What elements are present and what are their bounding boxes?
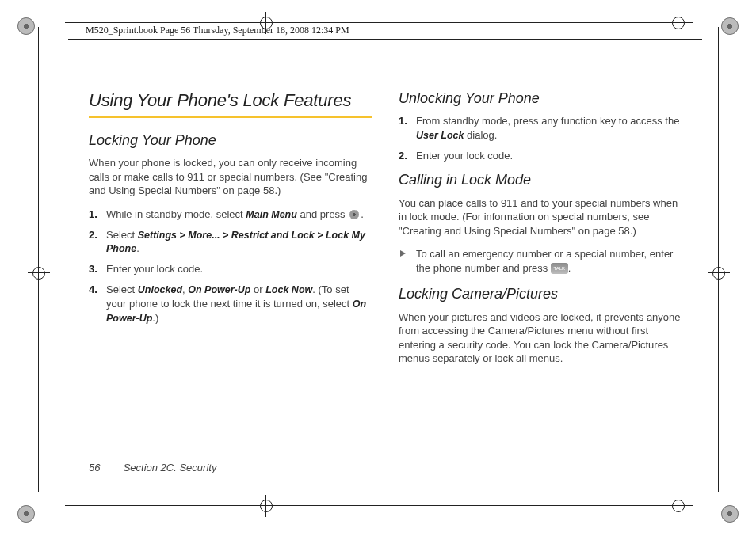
ui-label: User Lock (416, 130, 464, 141)
step-number: 1. (89, 207, 97, 222)
step: 3. Enter your lock code. (103, 262, 372, 276)
bullet-text: To call an emergency number or a special… (416, 248, 673, 274)
heading-unlocking-phone: Unlocking Your Phone (399, 89, 682, 108)
steps-locking-phone: 1. While in standby mode, select Main Me… (89, 207, 372, 325)
column-left: Using Your Phone's Lock Features Locking… (89, 89, 372, 485)
heading-locking-phone: Locking Your Phone (89, 131, 372, 150)
step: 2. Enter your lock code. (413, 149, 682, 163)
step-text: .) (152, 312, 158, 324)
talk-key-icon: TALK (551, 263, 568, 274)
bullet-item: To call an emergency number or a special… (413, 247, 682, 275)
page-title: Using Your Phone's Lock Features (89, 89, 372, 112)
page-footer: 56 Section 2C. Security (89, 462, 216, 473)
bullet-list: To call an emergency number or a special… (399, 247, 682, 275)
step: 4. Select Unlocked, On Power-Up or Lock … (103, 283, 372, 325)
step-text: Select (106, 229, 138, 241)
bullet-text: . (568, 262, 571, 274)
corner-gear-icon (721, 505, 739, 523)
step-text: Enter your lock code. (106, 263, 203, 275)
nav-key-icon (348, 210, 361, 219)
step-text: and press (297, 208, 348, 220)
step-text: While in standby mode, select (106, 208, 246, 220)
step-text: Select (106, 283, 138, 295)
body-text: You can place calls to 911 and to your s… (399, 196, 682, 238)
corner-gear-icon (17, 505, 35, 523)
page-number: 56 (89, 462, 120, 473)
step-text: . (361, 208, 364, 220)
column-right: Unlocking Your Phone 1. From standby mod… (399, 89, 682, 485)
running-header: M520_Sprint.book Page 56 Thursday, Septe… (68, 21, 702, 40)
ui-label: Main Menu (246, 209, 297, 220)
step-number: 3. (89, 262, 97, 276)
body-text: When your pictures and videos are locked… (399, 310, 682, 366)
page-body: Using Your Phone's Lock Features Locking… (89, 89, 682, 485)
corner-gear-icon (17, 17, 35, 35)
step-text: From standby mode, press any function ke… (416, 115, 679, 127)
ui-label: Settings > More... > Restrict and Lock >… (106, 230, 365, 255)
step-number: 2. (399, 149, 407, 163)
step-number: 1. (399, 114, 407, 128)
ui-label: Unlocked (138, 284, 182, 295)
step-text: dialog. (464, 129, 497, 141)
step: 1. From standby mode, press any function… (413, 114, 682, 142)
step-text: Enter your lock code. (416, 150, 513, 162)
ui-label: On Power-Up (188, 284, 250, 295)
step-text: . (136, 242, 139, 254)
heading-calling-lock-mode: Calling in Lock Mode (399, 170, 682, 189)
steps-unlocking-phone: 1. From standby mode, press any function… (399, 114, 682, 162)
step-text: or (250, 283, 265, 295)
step-number: 4. (89, 283, 97, 297)
corner-gear-icon (721, 17, 739, 35)
step-number: 2. (89, 228, 97, 242)
section-label: Section 2C. Security (124, 462, 217, 473)
heading-locking-camera: Locking Camera/Pictures (399, 284, 682, 303)
step: 1. While in standby mode, select Main Me… (103, 207, 372, 222)
running-header-text: M520_Sprint.book Page 56 Thursday, Septe… (86, 25, 349, 36)
ui-label: Lock Now (265, 284, 312, 295)
body-text: When your phone is locked, you can only … (89, 156, 372, 198)
step: 2. Select Settings > More... > Restrict … (103, 228, 372, 257)
title-underline (89, 116, 372, 118)
